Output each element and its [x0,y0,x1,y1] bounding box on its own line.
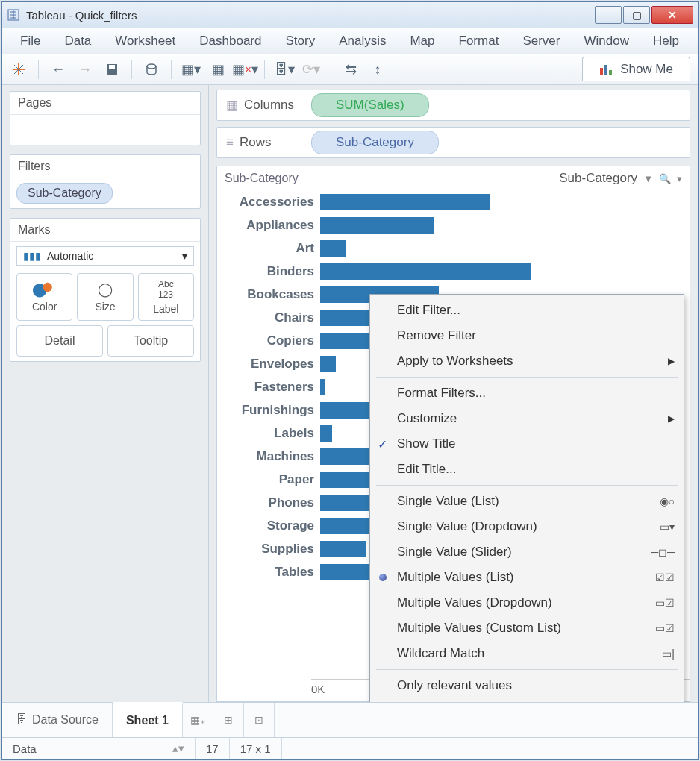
bar-label: Chairs [226,310,320,325]
menu-help[interactable]: Help [643,31,690,51]
ctx-wildcard[interactable]: Wildcard Match▭| [370,641,684,666]
refresh-button[interactable]: ⟳▾ [301,59,322,80]
save-button[interactable] [101,59,122,80]
bar-fill[interactable] [320,217,434,234]
menu-analysis[interactable]: Analysis [328,31,396,51]
marks-detail-button[interactable]: Detail [16,325,103,357]
window-title: Tableau - Quick_filters [26,9,137,22]
columns-pill-sales[interactable]: SUM(Sales) [311,93,429,117]
datasource-button[interactable] [141,59,162,80]
marks-title: Marks [10,219,200,242]
menu-map[interactable]: Map [399,31,445,51]
rows-pill-subcategory[interactable]: Sub-Category [311,131,439,154]
menu-server[interactable]: Server [512,31,570,51]
bar-label: Machines [226,449,320,464]
minimize-button[interactable]: — [595,6,622,24]
bar-fill[interactable] [320,263,531,280]
back-button[interactable]: ← [48,59,69,80]
radio-icon: ◉○ [660,495,675,507]
new-worksheet-button[interactable]: ▦₊ [183,703,213,737]
ctx-edit-filter[interactable]: Edit Filter... [370,298,684,323]
ctx-apply-worksheets[interactable]: Apply to Worksheets▶ [370,348,684,374]
status-bar: Data▴▾ 17 17 x 1 [2,737,698,759]
connect-button[interactable]: 🗄▾ [274,59,295,80]
ctx-only-relevant[interactable]: Only relevant values [370,673,684,698]
marks-tooltip-button[interactable]: Tooltip [107,325,194,357]
clear-button[interactable]: ▦✕▾ [234,59,255,80]
app-icon [7,8,20,22]
marks-label-button[interactable]: Abc123Label [138,273,194,321]
checklist-icon: ☑☑ [655,571,675,583]
ctx-format-filters[interactable]: Format Filters... [370,380,684,406]
bar-row: Appliances [226,213,681,237]
new-story-button[interactable]: ⊡ [244,703,275,737]
duplicate-button[interactable]: ▦ [207,59,228,80]
side-panel: Pages Filters Sub-Category Marks ▮▮▮ Aut… [2,85,209,702]
ctx-single-slider[interactable]: Single Value (Slider)─◻─ [370,539,684,565]
tab-sheet1[interactable]: Sheet 1 [113,702,183,737]
menu-story[interactable]: Story [275,31,325,51]
app-window: Tableau - Quick_filters — ▢ ✕ File Data … [1,1,699,760]
filter-pill-subcategory[interactable]: Sub-Category [16,183,113,204]
search-icon[interactable]: 🔍 [659,173,671,184]
marks-card: Marks ▮▮▮ Automatic ▾ ⬤⬤Color ◯Size Abc1… [10,218,201,362]
bar-fill[interactable] [320,240,346,257]
filters-card: Filters Sub-Category [10,154,201,209]
wildcard-icon: ▭| [662,648,675,660]
chevron-down-icon[interactable]: ▾ [182,250,187,262]
menu-worksheet[interactable]: Worksheet [104,31,186,51]
menu-format[interactable]: Format [449,31,510,51]
sort-toggle-icon[interactable]: ▴▾ [172,742,184,755]
forward-button[interactable]: → [75,59,96,80]
menu-data[interactable]: Data [54,31,101,51]
rows-shelf[interactable]: ≡Rows Sub-Category [216,127,690,158]
swap-button[interactable]: ⇆ [340,59,361,80]
bar-fill[interactable] [320,425,332,442]
main-panel: ▦Columns SUM(Sales) ≡Rows Sub-Category S… [209,85,698,702]
dropdown-check-icon: ▭☑ [655,597,675,609]
ctx-multi-dropdown[interactable]: Multiple Values (Dropdown)▭☑ [370,590,684,616]
menu-file[interactable]: File [10,31,51,51]
ctx-single-list[interactable]: Single Value (List)◉○ [370,489,684,514]
menu-dashboard[interactable]: Dashboard [189,31,272,51]
logo-icon[interactable] [8,59,29,80]
bar-fill[interactable] [320,541,366,557]
close-button[interactable]: ✕ [651,6,693,24]
ctx-multi-list[interactable]: Multiple Values (List)☑☑ [370,565,684,590]
marks-color-button[interactable]: ⬤⬤Color [16,273,72,321]
marks-mode-label[interactable]: Automatic [47,250,176,262]
ctx-single-dropdown[interactable]: Single Value (Dropdown)▭▾ [370,514,684,539]
bar-label: Tables [226,565,320,580]
bar-label: Storage [226,519,320,533]
label-icon: Abc123 [158,279,174,300]
bar-fill[interactable] [320,356,336,372]
bar-fill[interactable] [320,194,490,210]
menu-window[interactable]: Window [573,31,639,51]
bar-label: Fasteners [226,380,320,395]
show-me-icon [599,63,614,75]
bar-fill[interactable] [320,379,325,395]
columns-icon: ▦ [226,98,238,113]
bar-label: Bookcases [226,287,320,302]
selected-dot-icon [379,574,387,581]
cylinder-icon: 🗄 [16,713,28,727]
bar-row: Art [226,237,681,260]
ctx-customize[interactable]: Customize▶ [370,406,684,431]
bar-row: Binders [226,260,681,283]
ctx-show-title[interactable]: ✓Show Title [370,431,684,457]
ctx-remove-filter[interactable]: Remove Filter [370,323,684,348]
sort-button[interactable]: ↕ [367,59,388,80]
dropdown-icon[interactable]: ▾ [677,173,682,184]
maximize-button[interactable]: ▢ [623,6,650,24]
show-me-button[interactable]: Show Me [582,57,690,81]
new-sheet-button[interactable]: ▦▾ [181,59,201,80]
tab-data-source[interactable]: 🗄Data Source [2,703,113,737]
ctx-edit-title[interactable]: Edit Title... [370,457,684,482]
funnel-icon[interactable]: ▼ [643,173,653,184]
ctx-all-values[interactable]: All values in database [370,698,684,702]
columns-shelf[interactable]: ▦Columns SUM(Sales) [216,90,690,121]
quick-filter-title[interactable]: Sub-Category ▼ 🔍 ▾ [559,171,682,186]
ctx-multi-custom[interactable]: Multiple Values (Custom List)▭☑ [370,616,684,641]
marks-size-button[interactable]: ◯Size [77,273,133,321]
new-dashboard-button[interactable]: ⊞ [213,703,244,737]
